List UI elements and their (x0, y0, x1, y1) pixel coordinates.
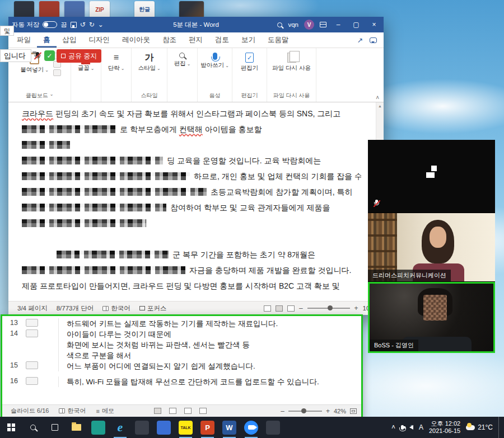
word-count[interactable]: 8/773개 단어 (52, 304, 98, 313)
language-indicator[interactable]: 한국어 (98, 304, 135, 313)
paragraph-group-button[interactable]: ≡ 단락⌄ (106, 51, 127, 98)
desktop-icon-zip[interactable]: ZIP (90, 1, 110, 18)
tab-design[interactable]: 디자인 (83, 32, 116, 48)
collapse-ribbon-icon[interactable]: ˄ (376, 95, 379, 101)
taskbar-app-blue[interactable] (153, 417, 175, 438)
find-icon (179, 53, 185, 58)
print-layout-icon[interactable] (276, 305, 283, 312)
minimize-button[interactable]: – (332, 21, 344, 29)
styles-button[interactable]: 가 스타일⌄ (136, 51, 162, 90)
reuse-files-button[interactable]: 파일 다시 사용 (270, 51, 313, 90)
dictate-button[interactable]: 받아쓰기⌄ (198, 51, 231, 90)
word-button[interactable]: W (218, 417, 240, 438)
desktop-icon-3[interactable] (64, 1, 85, 18)
slide-sorter-icon[interactable] (169, 408, 176, 414)
taskbar-search-button[interactable] (22, 417, 44, 438)
tray-clock[interactable]: 오후 12:02 2021-06-15 (429, 420, 460, 435)
tab-layout[interactable]: 레이아웃 (116, 32, 156, 48)
file-explorer-button[interactable] (66, 417, 87, 438)
participant-video-2[interactable]: 드리머스피치커뮤니케이션 (368, 213, 495, 281)
ppt-zoom-out-button[interactable]: – (281, 407, 284, 415)
ppt-zoom-knob[interactable] (301, 408, 306, 413)
ppt-zoom-level[interactable]: 42% (334, 408, 346, 415)
clipboard-group-label[interactable]: 클립보드⌄ (11, 90, 68, 101)
redo-icon[interactable]: ↻ (89, 21, 95, 29)
undo-icon[interactable]: ↺ (80, 21, 86, 29)
ppt-notes-pane[interactable]: 13 하드웨어 키트는 실제로 작동하는 기기를 제작하는 재료입니다. 14 … (2, 316, 361, 404)
internet-explorer-button[interactable]: e (109, 417, 131, 438)
kakaotalk-button[interactable]: TALK (175, 417, 197, 438)
tab-references[interactable]: 참조 (156, 32, 183, 48)
zoom-slider-knob[interactable] (328, 305, 333, 310)
stop-share-button[interactable]: 공유 중지 (57, 49, 101, 63)
desktop-icon-2[interactable] (39, 1, 59, 18)
fit-to-window-icon[interactable] (350, 408, 357, 414)
tab-insert[interactable]: 삽입 (57, 32, 83, 48)
tab-help[interactable]: 도움말 (262, 32, 295, 48)
reading-view-icon[interactable] (184, 408, 192, 414)
notes-icon: ≡ (96, 408, 99, 415)
powerpoint-button[interactable]: P (197, 417, 218, 438)
tab-view[interactable]: 보기 (235, 32, 262, 48)
comment-icon[interactable] (370, 37, 377, 43)
ime-language-indicator[interactable]: A (419, 423, 423, 431)
app-icon (135, 421, 149, 435)
web-layout-icon[interactable] (287, 305, 295, 312)
notes-toggle[interactable]: ≡메모 (92, 407, 118, 415)
tab-review[interactable]: 검토 (209, 32, 235, 48)
avatar[interactable]: V (304, 20, 314, 30)
close-button[interactable]: × (368, 21, 380, 29)
ppt-zoom-in-button[interactable]: + (326, 407, 330, 415)
document-line (22, 215, 361, 231)
tray-chevron-up-icon[interactable]: ˄ (391, 423, 395, 431)
slide-thumbnail[interactable] (26, 361, 38, 369)
desktop-icon-6[interactable] (179, 1, 204, 18)
start-button[interactable] (0, 417, 22, 438)
tray-speaker-muted-icon[interactable] (409, 425, 413, 430)
styles-group-label[interactable]: 스타일 (134, 90, 165, 101)
zoom-button[interactable] (240, 417, 262, 438)
focus-mode[interactable]: 포커스 (135, 304, 171, 313)
qat-chevron-icon[interactable]: ⌄ (98, 21, 104, 29)
normal-view-icon[interactable] (154, 408, 161, 414)
zoom-slider[interactable] (307, 308, 350, 309)
slide-thumbnail[interactable] (26, 377, 38, 385)
tab-file[interactable]: 파일 (11, 32, 37, 48)
participant-video-1[interactable] (368, 140, 495, 213)
editor-button[interactable]: ✓ 편집기 (239, 51, 261, 90)
show-desktop-button[interactable] (498, 417, 501, 438)
word-document[interactable]: 크라우드 펀딩의 초기 속도 및 자금 확보를 위해서 인스타그램과 페이스북 … (8, 102, 384, 301)
slide-thumbnail[interactable] (26, 319, 38, 327)
zoom-out-button[interactable]: – (299, 304, 303, 312)
ribbon-display-options-icon[interactable] (320, 22, 326, 27)
save-icon[interactable] (71, 22, 77, 28)
desktop-icon-hangul[interactable]: 한글 (134, 1, 155, 18)
participant-video-3[interactable]: BoSS - 김영인 (368, 282, 495, 353)
taskbar-app-extra[interactable] (262, 417, 284, 438)
tab-mailings[interactable]: 편지 (183, 32, 209, 48)
zoom-in-button[interactable]: + (354, 304, 358, 312)
share-icon[interactable]: ↗ (357, 36, 363, 44)
read-mode-icon[interactable] (264, 305, 271, 312)
ppt-zoom-slider[interactable] (288, 411, 322, 412)
note-text: 어느 부품이 어디에 연결되는지 알기 쉽게 설계했습니다. (67, 361, 361, 371)
desktop-icon-1[interactable] (14, 1, 34, 18)
restore-button[interactable]: ▢ (350, 21, 362, 29)
page-indicator[interactable]: 3/4 페이지 (13, 304, 52, 313)
mic-muted-icon[interactable] (32, 51, 43, 61)
autosave-toggle[interactable] (43, 21, 57, 28)
taskbar-app-teal[interactable] (87, 417, 109, 438)
editing-button[interactable]: 편집⌄ (172, 51, 193, 98)
tab-home[interactable]: 홈 (37, 32, 57, 48)
search-icon[interactable] (277, 22, 282, 27)
task-view-button[interactable] (44, 417, 66, 438)
taskbar-app-dark[interactable] (131, 417, 153, 438)
note-text: 색으로 구분을 해서 (67, 350, 361, 361)
slide-thumbnail[interactable] (26, 329, 38, 337)
scroll-up-icon[interactable]: ▲ (376, 102, 384, 108)
ppt-language-indicator[interactable]: 한국어 (55, 407, 90, 415)
slideshow-icon[interactable] (199, 408, 207, 414)
tray-weather[interactable]: 21°C (466, 423, 493, 431)
slide-indicator[interactable]: 슬라이드 6/16 (7, 407, 53, 415)
format-painter-icon[interactable] (53, 69, 61, 76)
